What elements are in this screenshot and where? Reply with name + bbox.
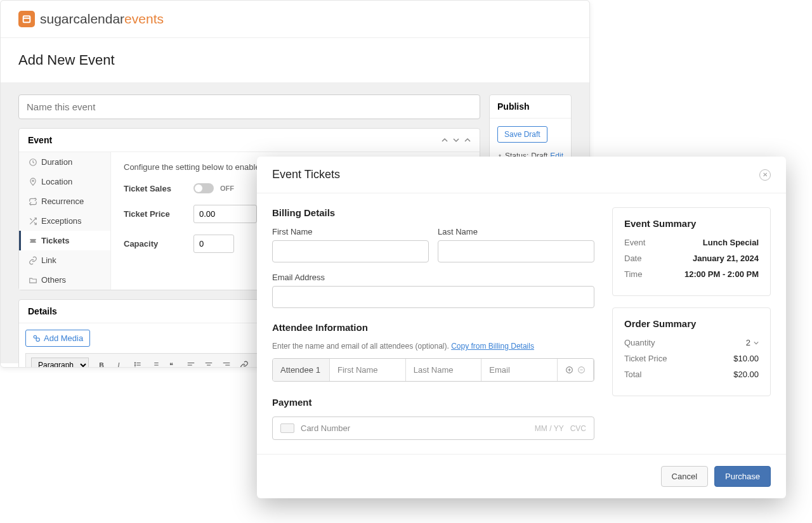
first-name-input[interactable] — [272, 240, 429, 262]
save-draft-button[interactable]: Save Draft — [497, 126, 547, 143]
svg-point-2 — [32, 180, 34, 181]
number-list-icon[interactable] — [151, 361, 160, 368]
align-right-icon[interactable] — [222, 361, 231, 368]
link-icon — [29, 256, 37, 265]
pin-icon — [29, 178, 37, 186]
bold-icon[interactable]: B — [98, 361, 107, 368]
last-name-label: Last Name — [438, 227, 594, 236]
align-left-icon[interactable] — [187, 361, 195, 368]
summary-quantity: Quantity 2 — [624, 338, 759, 347]
collapse-icon[interactable] — [464, 137, 471, 143]
sidebar-item-link[interactable]: Link — [19, 250, 110, 270]
order-summary-title: Order Summary — [624, 318, 759, 329]
svg-point-3 — [34, 335, 36, 338]
ticket-sales-toggle[interactable] — [193, 183, 214, 193]
ticket-sales-state: OFF — [220, 184, 234, 192]
modal-footer: Cancel Purchase — [257, 454, 786, 498]
event-tickets-modal: Event Tickets ✕ Billing Details First Na… — [257, 157, 786, 498]
sidebar-item-location[interactable]: Location — [19, 172, 110, 191]
page-title-bar: Add New Event — [1, 38, 589, 83]
sidebar-item-others[interactable]: Others — [19, 270, 110, 290]
order-summary-box: Order Summary Quantity 2 Ticket Price $1… — [612, 307, 771, 396]
chevron-up-icon[interactable] — [442, 137, 448, 143]
sidebar-item-recurrence[interactable]: Recurrence — [19, 191, 110, 211]
purchase-button[interactable]: Purchase — [714, 466, 771, 487]
insert-link-icon[interactable] — [240, 361, 249, 368]
modal-header: Event Tickets ✕ — [257, 157, 786, 193]
payment-title: Payment — [272, 397, 594, 408]
cancel-button[interactable]: Cancel — [661, 466, 708, 487]
sidebar-item-tickets[interactable]: Tickets — [19, 231, 110, 250]
quantity-select[interactable]: 2 — [746, 338, 759, 347]
add-attendee-icon[interactable] — [565, 366, 573, 374]
ticket-icon — [29, 236, 37, 245]
shuffle-icon — [29, 217, 37, 226]
quote-icon[interactable]: ❝ — [169, 361, 178, 368]
billing-title: Billing Details — [272, 207, 594, 218]
sidebar-item-exceptions[interactable]: Exceptions — [19, 211, 110, 231]
clock-icon — [29, 158, 37, 167]
event-box-title: Event — [28, 135, 52, 145]
chevron-down-icon[interactable] — [453, 137, 459, 143]
remove-attendee-icon[interactable] — [577, 366, 586, 374]
svg-point-4 — [36, 338, 39, 341]
first-name-label: First Name — [272, 227, 429, 236]
summary-total: Total $20.00 — [624, 370, 759, 379]
attendee-row-label: Attendee 1 — [273, 359, 330, 381]
attendee-row: Attendee 1 First Name Last Name Email — [272, 358, 594, 382]
publish-header: Publish — [490, 95, 571, 119]
last-name-input[interactable] — [438, 240, 594, 262]
svg-point-8 — [134, 365, 135, 365]
ticket-sales-label: Ticket Sales — [124, 184, 193, 193]
svg-point-7 — [134, 363, 135, 363]
svg-text:❝: ❝ — [169, 361, 173, 368]
sidebar-item-duration[interactable]: Duration — [19, 152, 110, 172]
ticket-price-label: Ticket Price — [124, 209, 193, 219]
summary-time: Time 12:00 PM - 2:00 PM — [624, 269, 759, 279]
logo-icon — [18, 11, 35, 27]
logo-text: sugarcalendarevents — [40, 11, 164, 27]
summary-date: Date January 21, 2024 — [624, 254, 759, 263]
media-icon — [32, 334, 41, 342]
modal-title: Event Tickets — [272, 168, 340, 181]
repeat-icon — [29, 197, 37, 206]
capacity-input[interactable] — [193, 235, 234, 253]
chevron-down-icon — [754, 340, 759, 345]
folder-icon — [29, 276, 37, 285]
attendee-title: Attendee Information — [272, 322, 594, 333]
logo-bar: sugarcalendarevents — [1, 1, 589, 38]
event-box-header: Event — [19, 129, 480, 152]
event-sidebar: Duration Location Recurrence Exceptions … — [19, 152, 111, 290]
bullet-list-icon[interactable] — [133, 361, 142, 368]
close-modal-button[interactable]: ✕ — [759, 169, 771, 181]
copy-billing-link[interactable]: Copy from Billing Details — [451, 342, 534, 351]
add-media-button[interactable]: Add Media — [25, 330, 90, 347]
ticket-price-input[interactable] — [193, 205, 257, 223]
card-number-input[interactable]: Card Number MM / YY CVC — [272, 416, 594, 440]
italic-icon[interactable]: I — [115, 361, 124, 368]
attendee-last-name[interactable]: Last Name — [406, 359, 482, 381]
event-summary-title: Event Summary — [624, 218, 759, 229]
attendee-subtext: Enter the name and email of all attendee… — [272, 342, 594, 351]
email-input[interactable] — [272, 286, 594, 308]
svg-rect-0 — [23, 16, 30, 22]
email-label: Email Address — [272, 273, 594, 282]
attendee-email[interactable]: Email — [481, 359, 558, 381]
svg-text:I: I — [118, 361, 120, 368]
svg-text:B: B — [99, 361, 104, 368]
capacity-label: Capacity — [124, 239, 193, 249]
card-icon — [280, 423, 294, 433]
attendee-first-name[interactable]: First Name — [330, 359, 406, 381]
summary-event: Event Lunch Special — [624, 238, 759, 247]
paragraph-select[interactable]: Paragraph — [31, 358, 89, 368]
svg-point-9 — [134, 367, 135, 368]
event-name-input[interactable] — [18, 94, 480, 119]
align-center-icon[interactable] — [204, 361, 213, 368]
summary-price: Ticket Price $10.00 — [624, 354, 759, 363]
page-title: Add New Event — [18, 52, 572, 68]
event-summary-box: Event Summary Event Lunch Special Date J… — [612, 207, 771, 296]
